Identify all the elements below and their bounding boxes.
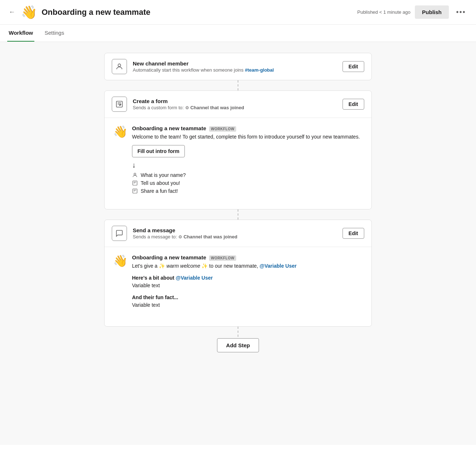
back-button[interactable]: ←	[7, 7, 17, 17]
more-options-button[interactable]: •••	[453, 7, 469, 18]
step3-card: Send a message Sends a message to: ⚙ Cha…	[104, 220, 372, 327]
form-field-1: What is your name?	[132, 172, 363, 178]
svg-point-0	[118, 64, 120, 67]
step3-variable-text2: Variable text	[132, 302, 160, 308]
wave-icon: 👋	[21, 6, 37, 19]
step3-variable-user1: @Variable User	[260, 263, 297, 269]
step2-preview-pane: 👋 Onboarding a new teammate WORKFLOW Wel…	[105, 118, 371, 209]
step3-preview-message: 👋 Onboarding a new teammate WORKFLOW Let…	[113, 254, 363, 313]
step2-icon	[112, 97, 127, 112]
step3-icon	[112, 226, 127, 241]
main-content: New channel member Automatically start t…	[0, 42, 476, 445]
step3-line1: Let's give a ✨ warm welcome ✨ to our new…	[132, 262, 363, 270]
field1-text: What is your name?	[141, 172, 186, 178]
field3-text: Share a fun fact!	[141, 188, 178, 194]
sparkle2-icon: ✨	[201, 263, 208, 269]
step1-card: New channel member Automatically start t…	[104, 53, 372, 80]
tab-settings[interactable]: Settings	[43, 25, 65, 42]
step1-title: New channel member	[133, 60, 337, 67]
step3-workflow-badge: WORKFLOW	[209, 255, 236, 261]
tab-workflow[interactable]: Workflow	[7, 25, 34, 42]
step2-preview-text: Welcome to the team! To get started, com…	[132, 133, 363, 141]
header: ← 👋 Onboarding a new teammate Published …	[0, 0, 476, 25]
step2-preview-name: Onboarding a new teammate	[132, 125, 206, 131]
step3-section2-label: And their fun fact...	[132, 294, 178, 300]
field1-icon	[132, 172, 138, 178]
step2-channel-icon: ⚙	[185, 105, 189, 110]
step3-channel-label: Channel that was joined	[183, 234, 237, 239]
step2-card-header: Create a form Sends a custom form to: ⚙ …	[105, 91, 371, 118]
step3-line1-prefix: Let's give a	[132, 263, 159, 269]
step2-edit-button[interactable]: Edit	[343, 99, 364, 110]
step3-edit-button[interactable]: Edit	[343, 228, 364, 239]
step3-preview-avatar: 👋	[113, 255, 128, 313]
publish-button[interactable]: Publish	[415, 5, 449, 19]
page-title: Onboarding a new teammate	[42, 8, 150, 17]
step1-card-header: New channel member Automatically start t…	[105, 53, 371, 80]
step2-preview-content: Onboarding a new teammate WORKFLOW Welco…	[132, 125, 363, 196]
step3-variable-user2: @Variable User	[176, 275, 213, 281]
header-right: Published < 1 minute ago Publish •••	[357, 5, 469, 19]
field2-icon	[132, 180, 138, 186]
sparkle1-icon: ✨	[159, 263, 165, 269]
step2-preview-avatar: 👋	[113, 126, 128, 196]
step2-preview-message: 👋 Onboarding a new teammate WORKFLOW Wel…	[113, 125, 363, 196]
connector-1	[238, 80, 238, 90]
step3-preview-name: Onboarding a new teammate	[132, 254, 206, 260]
step2-info: Create a form Sends a custom form to: ⚙ …	[133, 98, 337, 110]
step2-preview-name-row: Onboarding a new teammate WORKFLOW	[132, 125, 363, 132]
field3-icon	[132, 188, 138, 194]
step3-preview-content: Onboarding a new teammate WORKFLOW Let's…	[132, 254, 363, 313]
published-status: Published < 1 minute ago	[357, 9, 411, 15]
step3-channel-icon: ⚙	[178, 234, 182, 239]
svg-point-2	[134, 173, 136, 175]
step1-icon	[112, 59, 127, 74]
step2-workflow-badge: WORKFLOW	[209, 126, 236, 132]
add-step-button[interactable]: Add Step	[217, 338, 259, 352]
tabs: Workflow Settings	[0, 25, 476, 42]
step3-section2: And their fun fact... Variable text	[132, 294, 363, 309]
step3-preview-name-row: Onboarding a new teammate WORKFLOW	[132, 254, 363, 261]
step2-channel-label: Channel that was joined	[190, 105, 244, 110]
connector-2	[238, 209, 238, 220]
step3-section1: Here's a bit about @Variable User Variab…	[132, 274, 363, 289]
step3-title: Send a message	[133, 227, 337, 233]
step2-title: Create a form	[133, 98, 337, 104]
step1-edit-button[interactable]: Edit	[343, 61, 364, 72]
step2-subtitle: Sends a custom form to: ⚙ Channel that w…	[133, 105, 337, 110]
step2-card: Create a form Sends a custom form to: ⚙ …	[104, 90, 372, 209]
step3-card-header: Send a message Sends a message to: ⚙ Cha…	[105, 220, 371, 247]
step3-italic-text: warm welcome	[166, 263, 201, 269]
step3-preview-pane: 👋 Onboarding a new teammate WORKFLOW Let…	[105, 247, 371, 326]
step3-line1-suffix: to our new teammate,	[209, 263, 259, 269]
step1-channel-link[interactable]: #team-global	[245, 67, 274, 73]
form-field-2: Tell us about you!	[132, 180, 363, 186]
step1-info: New channel member Automatically start t…	[133, 60, 337, 73]
fill-form-button[interactable]: Fill out intro form	[132, 145, 185, 157]
arrow-down-icon: ↓	[132, 161, 363, 169]
step3-section1-label: Here's a bit about	[132, 275, 176, 281]
connector-3	[238, 327, 238, 337]
field2-text: Tell us about you!	[141, 180, 180, 186]
form-field-3: Share a fun fact!	[132, 188, 363, 194]
header-left: ← 👋 Onboarding a new teammate	[7, 6, 150, 19]
step3-subtitle: Sends a message to: ⚙ Channel that was j…	[133, 234, 337, 239]
step1-subtitle: Automatically start this workflow when s…	[133, 67, 337, 73]
step3-info: Send a message Sends a message to: ⚙ Cha…	[133, 227, 337, 239]
step3-variable-text1: Variable text	[132, 283, 160, 288]
